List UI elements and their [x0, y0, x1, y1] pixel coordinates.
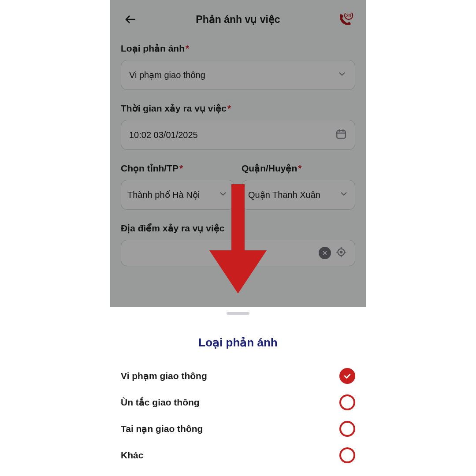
field-district-label-text: Quận/Huyện	[242, 163, 297, 173]
type-select[interactable]: Vi phạm giao thông	[121, 60, 355, 90]
hotline-button[interactable]: 24	[335, 10, 354, 29]
type-select-value: Vi phạm giao thông	[129, 70, 337, 80]
close-icon	[322, 250, 328, 256]
sheet-title: Loại phản ánh	[110, 336, 366, 350]
required-mark: *	[179, 163, 183, 173]
time-input-value: 10:02 03/01/2025	[129, 130, 335, 140]
chevron-down-icon	[337, 69, 347, 81]
report-form: Loại phản ánh* Vi phạm giao thông Thời g…	[110, 39, 366, 266]
calendar-icon	[335, 128, 347, 142]
radio-unselected	[339, 447, 355, 463]
field-address: Địa điểm xảy ra vụ việc	[121, 223, 355, 266]
time-input[interactable]: 10:02 03/01/2025	[121, 120, 355, 150]
radio-selected	[339, 368, 355, 384]
back-button[interactable]	[122, 11, 139, 28]
field-address-label-text: Địa điểm xảy ra vụ việc	[121, 223, 224, 233]
option-item-label: Tai nạn giao thông	[121, 424, 203, 434]
location-pin-icon[interactable]	[335, 246, 347, 260]
radio-unselected	[339, 421, 355, 437]
app-screen: Phản ánh vụ việc 24 Loại phản ánh* Vi ph…	[110, 0, 366, 307]
required-mark: *	[227, 103, 231, 113]
option-item-label: Khác	[121, 450, 143, 461]
clear-button[interactable]	[319, 247, 331, 259]
option-item[interactable]: Tai nạn giao thông	[121, 416, 355, 442]
province-select[interactable]: Thành phố Hà Nội	[121, 180, 234, 210]
option-item-label: Vi phạm giao thông	[121, 371, 207, 381]
radio-unselected	[339, 394, 355, 410]
check-icon	[343, 372, 352, 380]
chevron-down-icon	[218, 189, 228, 201]
field-type-label: Loại phản ánh*	[121, 43, 355, 54]
chevron-down-icon	[339, 189, 349, 201]
field-time: Thời gian xảy ra vụ việc* 10:02 03/01/20…	[121, 103, 355, 150]
phone-24-icon: 24	[336, 11, 353, 28]
district-select-value: Quận Thanh Xuân	[248, 190, 339, 200]
svg-rect-3	[337, 130, 346, 138]
field-province-label: Chọn tỉnh/TP*	[121, 163, 234, 174]
address-input[interactable]	[121, 240, 355, 266]
district-select[interactable]: Quận Thanh Xuân	[242, 180, 355, 210]
bottom-sheet: Loại phản ánh Vi phạm giao thông Ùn tắc …	[110, 307, 366, 476]
svg-point-10	[340, 251, 342, 253]
option-item[interactable]: Khác	[121, 442, 355, 469]
field-location-row: Chọn tỉnh/TP* Thành phố Hà Nội Quận/Huyệ…	[121, 163, 355, 210]
svg-text:24: 24	[346, 13, 352, 18]
field-province-label-text: Chọn tỉnh/TP	[121, 163, 178, 173]
field-type: Loại phản ánh* Vi phạm giao thông	[121, 43, 355, 90]
arrow-left-icon	[124, 13, 137, 26]
field-time-label: Thời gian xảy ra vụ việc*	[121, 103, 355, 114]
field-district: Quận/Huyện* Quận Thanh Xuân	[242, 163, 355, 210]
field-district-label: Quận/Huyện*	[242, 163, 355, 174]
option-item[interactable]: Ùn tắc giao thông	[121, 389, 355, 416]
sheet-drag-handle[interactable]	[227, 312, 249, 315]
option-item[interactable]: Vi phạm giao thông	[121, 363, 355, 389]
required-mark: *	[298, 163, 301, 173]
field-address-label: Địa điểm xảy ra vụ việc	[121, 223, 355, 234]
option-item-label: Ùn tắc giao thông	[121, 397, 200, 408]
sheet-options: Vi phạm giao thông Ùn tắc giao thông Tai…	[110, 363, 366, 469]
province-select-value: Thành phố Hà Nội	[127, 190, 218, 200]
field-time-label-text: Thời gian xảy ra vụ việc	[121, 103, 227, 113]
required-mark: *	[186, 43, 189, 53]
page-title: Phản ánh vụ việc	[196, 14, 280, 26]
field-type-label-text: Loại phản ánh	[121, 43, 185, 53]
header-bar: Phản ánh vụ việc 24	[110, 0, 366, 39]
field-province: Chọn tỉnh/TP* Thành phố Hà Nội	[121, 163, 234, 210]
